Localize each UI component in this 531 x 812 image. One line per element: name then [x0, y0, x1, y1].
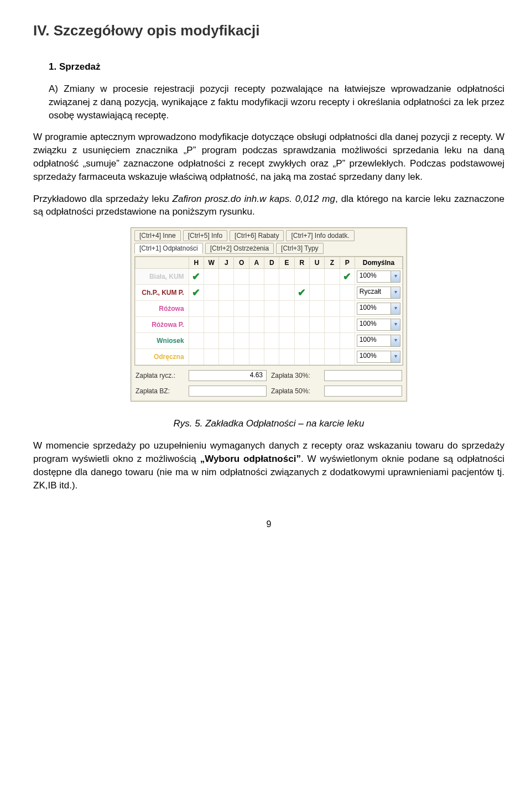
- check-cell[interactable]: [204, 317, 218, 333]
- check-cell[interactable]: [264, 301, 279, 317]
- check-cell[interactable]: [204, 301, 218, 317]
- check-cell[interactable]: [234, 333, 249, 349]
- check-cell[interactable]: [294, 301, 309, 317]
- default-combo[interactable]: Ryczałt▾: [357, 287, 400, 299]
- check-cell[interactable]: [279, 285, 294, 301]
- check-cell[interactable]: [249, 285, 264, 301]
- paragraph-2: W programie aptecznym wprowadzono modyfi…: [33, 131, 504, 183]
- check-cell[interactable]: [219, 301, 234, 317]
- col-h: H: [189, 257, 204, 269]
- chevron-down-icon[interactable]: ▾: [391, 303, 400, 314]
- default-combo[interactable]: 100%▾: [357, 319, 400, 331]
- check-cell[interactable]: [219, 317, 234, 333]
- check-icon: ✔: [298, 287, 306, 298]
- col-blank: [136, 257, 189, 269]
- check-cell[interactable]: [325, 333, 340, 349]
- check-cell[interactable]: [264, 317, 279, 333]
- check-cell[interactable]: [189, 333, 204, 349]
- check-cell[interactable]: [189, 317, 204, 333]
- check-cell[interactable]: [219, 285, 234, 301]
- check-cell[interactable]: [234, 317, 249, 333]
- check-cell[interactable]: [204, 269, 218, 285]
- check-cell[interactable]: [204, 285, 218, 301]
- check-cell[interactable]: [309, 285, 324, 301]
- check-cell[interactable]: [234, 285, 249, 301]
- pay-50-field[interactable]: [324, 386, 402, 397]
- check-cell[interactable]: [309, 333, 324, 349]
- col-d: D: [264, 257, 279, 269]
- check-cell[interactable]: [189, 301, 204, 317]
- check-cell[interactable]: [340, 333, 355, 349]
- chevron-down-icon[interactable]: ▾: [391, 319, 400, 330]
- check-cell[interactable]: [340, 317, 355, 333]
- check-cell[interactable]: [249, 349, 264, 365]
- pay-30-field[interactable]: [324, 370, 402, 381]
- chevron-down-icon[interactable]: ▾: [391, 335, 400, 346]
- default-combo[interactable]: 100%▾: [357, 335, 400, 347]
- check-cell[interactable]: [249, 269, 264, 285]
- chevron-down-icon[interactable]: ▾: [391, 287, 400, 298]
- check-cell[interactable]: [264, 349, 279, 365]
- check-cell[interactable]: [204, 333, 218, 349]
- default-combo-cell: 100%▾: [355, 333, 402, 349]
- check-cell[interactable]: [219, 333, 234, 349]
- grid-header-row: H W J O A D E R U Z P Domyślna: [136, 257, 403, 269]
- check-cell[interactable]: [279, 301, 294, 317]
- check-cell[interactable]: [264, 333, 279, 349]
- check-cell[interactable]: [234, 349, 249, 365]
- pay-bz-field[interactable]: [189, 386, 267, 397]
- check-cell[interactable]: [264, 285, 279, 301]
- pay-rycz-field[interactable]: 4.63: [189, 370, 267, 381]
- check-cell[interactable]: [340, 349, 355, 365]
- tab-inne[interactable]: [Ctrl+4] Inne: [134, 230, 181, 241]
- tab-ostrzezenia[interactable]: [Ctrl+2] Ostrzeżenia: [205, 243, 274, 254]
- subsection-heading: 1. Sprzedaż: [49, 61, 504, 72]
- check-cell[interactable]: [234, 301, 249, 317]
- table-row: Biała, KUM✔✔100%▾: [136, 269, 403, 285]
- tab-info-dodatk[interactable]: [Ctrl+7] Info dodatk.: [286, 230, 354, 241]
- check-cell[interactable]: [264, 269, 279, 285]
- check-cell[interactable]: ✔: [189, 285, 204, 301]
- check-cell[interactable]: [325, 317, 340, 333]
- check-cell[interactable]: [279, 333, 294, 349]
- chevron-down-icon[interactable]: ▾: [391, 351, 400, 362]
- check-cell[interactable]: [219, 269, 234, 285]
- check-cell[interactable]: [294, 317, 309, 333]
- check-cell[interactable]: [279, 269, 294, 285]
- check-cell[interactable]: [204, 349, 218, 365]
- check-cell[interactable]: ✔: [189, 269, 204, 285]
- default-combo-cell: 100%▾: [355, 301, 402, 317]
- default-combo[interactable]: 100%▾: [357, 351, 400, 363]
- check-cell[interactable]: [340, 301, 355, 317]
- check-cell[interactable]: [249, 301, 264, 317]
- tab-odplatnosci[interactable]: [Ctrl+1] Odpłatności: [134, 243, 203, 254]
- check-cell[interactable]: [249, 317, 264, 333]
- check-cell[interactable]: [219, 349, 234, 365]
- check-cell[interactable]: [294, 333, 309, 349]
- chevron-down-icon[interactable]: ▾: [391, 271, 400, 282]
- check-cell[interactable]: ✔: [340, 269, 355, 285]
- check-cell[interactable]: ✔: [294, 285, 309, 301]
- check-cell[interactable]: [309, 349, 324, 365]
- default-combo[interactable]: 100%▾: [357, 303, 400, 315]
- tab-typy[interactable]: [Ctrl+3] Typy: [276, 243, 323, 254]
- check-cell[interactable]: [309, 269, 324, 285]
- check-cell[interactable]: [325, 285, 340, 301]
- check-cell[interactable]: [309, 301, 324, 317]
- check-cell[interactable]: [309, 317, 324, 333]
- check-cell[interactable]: [325, 269, 340, 285]
- check-cell[interactable]: [234, 269, 249, 285]
- tab-info[interactable]: [Ctrl+5] Info: [183, 230, 227, 241]
- default-combo[interactable]: 100%▾: [357, 270, 400, 283]
- check-cell[interactable]: [340, 285, 355, 301]
- check-cell[interactable]: [249, 333, 264, 349]
- check-cell[interactable]: [279, 349, 294, 365]
- tab-rabaty[interactable]: [Ctrl+6] Rabaty: [230, 230, 284, 241]
- check-cell[interactable]: [325, 301, 340, 317]
- check-cell[interactable]: [189, 349, 204, 365]
- check-cell[interactable]: [294, 269, 309, 285]
- check-cell[interactable]: [279, 317, 294, 333]
- check-cell[interactable]: [325, 349, 340, 365]
- pay-row-2: Zapłata BZ: Zapłata 50%:: [134, 386, 403, 397]
- check-cell[interactable]: [294, 349, 309, 365]
